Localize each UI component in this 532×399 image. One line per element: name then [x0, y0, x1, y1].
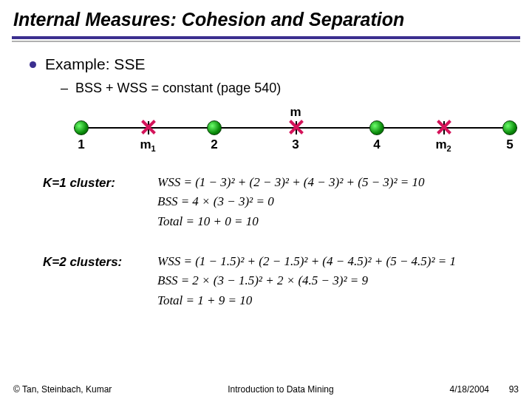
k2-wss: WSS = (1 − 1.5)² + (2 − 1.5)² + (4 − 4.5… — [157, 252, 456, 271]
slide-title: Internal Measures: Cohesion and Separati… — [0, 0, 532, 36]
label-1: 1 — [78, 137, 84, 152]
point-3 — [369, 120, 384, 135]
footer-title: Introduction to Data Mining — [112, 384, 449, 395]
k1-wss: WSS = (1 − 3)² + (2 − 3)² + (4 − 3)² + (… — [157, 173, 425, 192]
footer-page-number: 93 — [489, 384, 519, 395]
label-3: 3 — [292, 137, 299, 152]
k1-formulas: WSS = (1 − 3)² + (2 − 3)² + (4 − 3)² + (… — [157, 173, 425, 231]
bullet-example: Example: SSE — [30, 55, 502, 73]
point-1 — [74, 120, 89, 135]
label-4: 4 — [373, 137, 380, 152]
label-2: 2 — [211, 137, 217, 152]
label-m2: m2 — [435, 137, 451, 153]
mean-m2-mark — [436, 120, 451, 134]
sub-bullet: – BSS + WSS = constant (page 540) — [61, 81, 502, 96]
point-4 — [502, 120, 517, 135]
footer-date: 4/18/2004 — [450, 384, 489, 395]
label-m1: m1 — [140, 137, 155, 153]
number-line-diagram: m 1 m1 2 3 4 m2 5 — [74, 103, 517, 155]
k1-label: K=1 cluster: — [43, 173, 157, 191]
mean-m-mark — [288, 120, 303, 134]
k2-block: K=2 clusters: WSS = (1 − 1.5)² + (2 − 1.… — [30, 252, 502, 310]
bullet-text: Example: SSE — [45, 55, 145, 73]
footer: © Tan, Steinbach, Kumar Introduction to … — [0, 384, 532, 395]
title-rule — [12, 36, 520, 42]
slide-body: Example: SSE – BSS + WSS = constant (pag… — [0, 42, 532, 310]
sub-bullet-text: BSS + WSS = constant (page 540) — [75, 81, 281, 96]
dash-icon: – — [61, 81, 68, 96]
mean-m1-mark — [140, 120, 155, 134]
k2-formulas: WSS = (1 − 1.5)² + (2 − 1.5)² + (4 − 4.5… — [157, 252, 456, 310]
k1-total: Total = 10 + 0 = 10 — [157, 212, 425, 231]
k2-bss: BSS = 2 × (3 − 1.5)² + 2 × (4.5 − 3)² = … — [157, 271, 456, 290]
point-2 — [207, 120, 222, 135]
k1-block: K=1 cluster: WSS = (1 − 3)² + (2 − 3)² +… — [30, 173, 502, 231]
k2-label: K=2 clusters: — [43, 252, 157, 270]
label-m-top: m — [290, 105, 301, 120]
slide: Internal Measures: Cohesion and Separati… — [0, 0, 532, 399]
k2-total: Total = 1 + 9 = 10 — [157, 291, 456, 310]
label-5: 5 — [506, 137, 513, 152]
k1-bss: BSS = 4 × (3 − 3)² = 0 — [157, 192, 425, 211]
bullet-dot-icon — [30, 61, 36, 68]
footer-copyright: © Tan, Steinbach, Kumar — [13, 384, 112, 395]
